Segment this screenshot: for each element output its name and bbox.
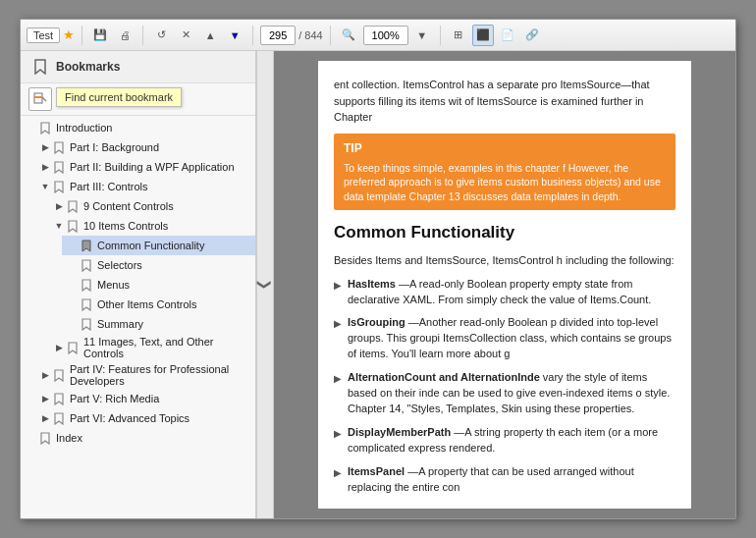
page-input[interactable]: [260, 26, 296, 45]
find-bookmark-button[interactable]: [28, 87, 52, 111]
bm-icon-other: [80, 297, 93, 311]
toggle-intro[interactable]: [25, 121, 38, 134]
sidebar: Bookmarks Find current bookmark: [21, 51, 256, 518]
bm-icon-part4: [52, 368, 66, 382]
doc-intro-para: Besides Items and ItemsSource, ItemsCont…: [334, 252, 675, 269]
tree-item-part4[interactable]: ▶ Part IV: Features for Professional Dev…: [34, 361, 255, 389]
tree-item-ch10[interactable]: ▼ 10 Items Controls: [48, 216, 255, 236]
tree-item-part6[interactable]: ▶ Part VI: Advanced Topics: [34, 408, 255, 428]
svg-rect-2: [34, 96, 42, 98]
print-button[interactable]: 🖨: [114, 25, 135, 46]
tree-item-part3[interactable]: ▼ Part III: Controls: [34, 177, 255, 196]
tree-item-common[interactable]: Common Functionality: [62, 236, 255, 255]
bm-icon-selectors: [80, 258, 93, 272]
content-area: Bookmarks Find current bookmark: [21, 51, 735, 518]
tree-item-index[interactable]: Index: [21, 428, 255, 448]
view-btn-2[interactable]: ⬛: [472, 25, 494, 46]
toggle-index: [25, 431, 38, 445]
toggle-part6[interactable]: ▶: [38, 411, 52, 425]
tree-label-summary: Summary: [97, 318, 143, 330]
bullet-text-3: AlternationCount and AlternationInde var…: [348, 370, 675, 417]
save-button[interactable]: 💾: [89, 25, 111, 46]
find-bookmark-area: Find current bookmark: [21, 83, 255, 116]
bm-icon-intro: [38, 121, 52, 134]
tree-item-ch9[interactable]: ▶ 9 Content Controls: [48, 196, 255, 216]
toggle-part5[interactable]: ▶: [38, 392, 52, 405]
bookmark-header-icon[interactable]: [30, 57, 50, 77]
nav-buttons: ↺ ✕ ▲ ▼: [150, 25, 245, 46]
bullet-text-4: DisplayMemberPath —A string property th …: [348, 425, 675, 457]
page-nav: / 844: [260, 26, 322, 45]
toggle-menus: [66, 278, 80, 292]
nav-down-button[interactable]: ▼: [224, 25, 245, 46]
tip-label: TIP: [344, 139, 666, 157]
bullet-item-itemspanel: ▶ ItemsPanel —A property that can be use…: [334, 464, 675, 496]
tree-item-menus[interactable]: Menus: [62, 275, 255, 295]
tree-item-other[interactable]: Other Items Controls: [62, 295, 255, 314]
toggle-selectors: [66, 258, 80, 272]
page-total: / 844: [298, 29, 322, 41]
find-bookmark-tooltip: Find current bookmark: [56, 87, 182, 107]
view-btn-3[interactable]: 📄: [497, 25, 518, 46]
tree-label-index: Index: [56, 432, 82, 444]
toggle-part4[interactable]: ▶: [38, 368, 52, 382]
toggle-ch10[interactable]: ▼: [52, 219, 66, 233]
bullet-term-5: ItemsPanel: [348, 465, 405, 477]
sidebar-header: Bookmarks: [21, 51, 255, 83]
search-button[interactable]: 🔍: [338, 25, 359, 46]
bm-icon-part5: [52, 392, 66, 405]
tree-label-part3: Part III: Controls: [70, 181, 147, 192]
bullet-arrow-3: ▶: [334, 372, 342, 417]
toolbar: Test ★ 💾 🖨 ↺ ✕ ▲ ▼ / 844 🔍 ▼ ⊞: [21, 20, 735, 51]
tree-item-intro[interactable]: Introduction: [21, 118, 255, 137]
view-btn-4[interactable]: 🔗: [521, 25, 543, 46]
toggle-part1[interactable]: ▶: [38, 140, 52, 154]
document-panel[interactable]: ent collection. ItemsControl has a separ…: [274, 51, 735, 518]
toggle-ch11[interactable]: ▶: [52, 341, 66, 354]
refresh-button[interactable]: ↺: [150, 25, 172, 46]
zoom-input[interactable]: [363, 26, 408, 45]
toggle-part3[interactable]: ▼: [38, 180, 52, 193]
toggle-part2[interactable]: ▶: [38, 160, 52, 174]
toggle-ch9[interactable]: ▶: [52, 199, 66, 213]
tree-label-part5: Part V: Rich Media: [70, 393, 159, 404]
bullet-arrow-1: ▶: [334, 279, 342, 308]
bullet-list: ▶ HasItems —A read-only Boolean property…: [334, 277, 675, 496]
bm-icon-menus: [80, 278, 93, 292]
bullet-text-2: IsGrouping —Another read-only Boolean p …: [348, 315, 675, 362]
sep1: [81, 26, 82, 45]
tree-item-summary[interactable]: Summary: [62, 314, 255, 334]
bm-icon-part3: [52, 180, 66, 193]
bullet-text-5: ItemsPanel —A property that can be used …: [348, 464, 675, 496]
tree-item-selectors[interactable]: Selectors: [62, 255, 255, 275]
bookmark-tree[interactable]: Introduction ▶ Part I: Background ▶ Part…: [21, 116, 255, 518]
section-heading: Common Functionality: [334, 220, 675, 245]
nav-up-button[interactable]: ▲: [199, 25, 221, 46]
sep5: [440, 26, 441, 45]
bm-icon-index: [38, 431, 52, 445]
tree-label-ch11: 11 Images, Text, and Other Controls: [83, 336, 253, 359]
tree-label-part2: Part II: Building a WPF Application: [70, 161, 235, 173]
tree-item-part1[interactable]: ▶ Part I: Background: [34, 137, 255, 157]
bullet-arrow-5: ▶: [334, 466, 342, 496]
tree-label-part4: Part IV: Features for Professional Devel…: [70, 363, 253, 387]
bullet-item-altcount: ▶ AlternationCount and AlternationInde v…: [334, 370, 675, 417]
tree-item-part2[interactable]: ▶ Part II: Building a WPF Application: [34, 157, 255, 177]
bm-icon-summary: [80, 317, 93, 331]
view-btn-1[interactable]: ⊞: [448, 25, 469, 46]
stop-button[interactable]: ✕: [175, 25, 196, 46]
collapse-sidebar-button[interactable]: ❯: [256, 51, 274, 518]
zoom-dropdown-button[interactable]: ▼: [411, 25, 433, 46]
bullet-term-4: DisplayMemberPath: [348, 426, 451, 438]
tree-label-part6: Part VI: Advanced Topics: [70, 412, 189, 424]
tree-item-part5[interactable]: ▶ Part V: Rich Media: [34, 389, 255, 408]
bm-icon-common: [80, 239, 93, 252]
sep4: [330, 26, 331, 45]
tree-item-ch11[interactable]: ▶ 11 Images, Text, and Other Controls: [48, 334, 255, 361]
star-icon: ★: [63, 27, 75, 42]
tree-label-ch9: 9 Content Controls: [83, 200, 174, 212]
app-name-label: Test: [27, 27, 60, 43]
bullet-arrow-2: ▶: [334, 317, 342, 362]
bm-icon-ch9: [66, 199, 80, 213]
bullet-item-hasitems: ▶ HasItems —A read-only Boolean property…: [334, 277, 675, 308]
